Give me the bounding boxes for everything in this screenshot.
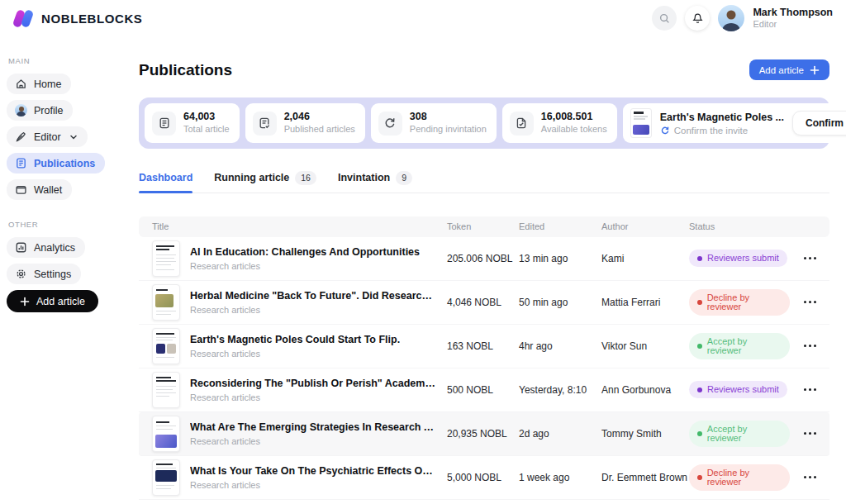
stat-value: 308	[410, 111, 487, 124]
stat-label: Published articles	[284, 124, 355, 136]
edited-value: 1 week ago	[519, 472, 601, 483]
row-menu-button[interactable]	[790, 427, 816, 440]
sidebar-item-profile[interactable]: Profile	[7, 100, 73, 121]
article-title: Earth's Magnetic Poles Could Start To Fl…	[190, 334, 400, 345]
page-title: Publications	[139, 61, 232, 79]
table-row[interactable]: What Is Your Take On The Psychiatric Eff…	[139, 456, 829, 500]
main-content: Publications Add article 64,003 Total ar…	[139, 36, 829, 500]
tab-label: Invintation	[338, 172, 390, 183]
user-meta: Mark Thompson Editor	[753, 7, 833, 29]
table-row[interactable]: Earth's Magnetic Poles Could Start To Fl…	[139, 325, 829, 368]
article-category: Research articles	[190, 305, 435, 315]
status-badge: Reviewers submit	[689, 381, 787, 398]
page-header: Publications Add article	[139, 59, 829, 80]
article-title: Herbal Medicine "Back To Future". Did Re…	[190, 290, 435, 302]
status-badge: Reviewers submit	[689, 250, 787, 267]
user-role: Editor	[753, 19, 833, 30]
stat-label: Total article	[183, 124, 230, 136]
edited-value: 4hr ago	[519, 340, 601, 352]
stat-value: 64,003	[183, 111, 230, 124]
sidebar-add-article-button[interactable]: Add article	[7, 290, 98, 312]
sidebar-main-label: MAIN	[8, 56, 126, 65]
avatar-person-icon	[718, 5, 744, 31]
row-menu-button[interactable]	[790, 296, 816, 309]
table-row[interactable]: AI In Education: Challenges And Opportun…	[139, 237, 829, 281]
status-badge: Accept by reviewer	[689, 333, 790, 359]
token-value: 500 NOBL	[447, 384, 519, 396]
tab-dashboard[interactable]: Dashboard	[139, 171, 192, 193]
author-value: Tommy Smith	[601, 428, 689, 440]
article-title: Reconsidering The "Publish Or Perish" Ac…	[190, 378, 435, 389]
nobleblocks-logo-icon	[13, 8, 35, 28]
column-header-author: Author	[601, 221, 689, 231]
sidebar-item-home[interactable]: Home	[7, 74, 71, 94]
row-menu-button[interactable]	[790, 471, 816, 484]
sidebar-other-label: OTHER	[8, 220, 126, 229]
pen-icon	[15, 131, 27, 143]
article-category: Research articles	[190, 349, 400, 359]
add-article-button[interactable]: Add article	[749, 59, 829, 80]
edited-value: 2d ago	[519, 428, 601, 440]
stat-value: 16,008.501	[541, 111, 607, 124]
tab-count-badge: 9	[396, 171, 412, 185]
stats-strip: 64,003 Total article 2,046 Published art…	[139, 97, 829, 149]
article-category: Research articles	[190, 436, 435, 446]
invite-card: Earth's Magnetic Poles ... Confirm the i…	[623, 103, 846, 143]
plus-icon	[20, 297, 30, 307]
column-header-status: Status	[689, 221, 790, 231]
user-avatar[interactable]	[718, 5, 744, 31]
table-row[interactable]: Herbal Medicine "Back To Future". Did Re…	[139, 281, 829, 325]
status-badge: Decline by reviewer	[689, 464, 790, 491]
sidebar-item-label: Editor	[34, 131, 61, 143]
invite-body: Earth's Magnetic Poles ... Confirm the i…	[660, 112, 784, 136]
tab-label: Running article	[214, 172, 289, 183]
confirm-invite-button[interactable]: Confirm	[792, 111, 846, 136]
stat-card-total-articles: 64,003 Total article	[145, 103, 240, 143]
sidebar-item-publications[interactable]: Publications	[7, 153, 105, 174]
file-check-icon	[510, 112, 534, 136]
search-button[interactable]	[652, 6, 677, 31]
brand-logo[interactable]: NOBLEBLOCKS	[13, 8, 142, 28]
notifications-button[interactable]	[685, 6, 710, 31]
sidebar-item-label: Publications	[34, 158, 95, 169]
tabs-bar: Dashboard Running article 16 Invintation…	[139, 171, 829, 193]
column-header-title: Title	[152, 221, 447, 231]
sidebar-item-wallet[interactable]: Wallet	[7, 179, 72, 200]
article-thumbnail	[630, 108, 652, 138]
edited-value: Yesterday, 8:10	[519, 384, 601, 396]
sidebar-item-label: Wallet	[34, 184, 62, 196]
article-category: Research articles	[190, 392, 435, 402]
table-row[interactable]: What Are The Emerging Strategies In Rese…	[139, 412, 829, 456]
tab-running-article[interactable]: Running article 16	[214, 171, 316, 193]
brand-name: NOBLEBLOCKS	[41, 12, 142, 26]
sidebar-item-label: Settings	[34, 269, 71, 280]
app-window: NOBLEBLOCKS Mark Thompson Editor MAIN Ho…	[0, 0, 846, 504]
edited-value: 50 min ago	[519, 297, 601, 308]
token-value: 20,935 NOBL	[447, 428, 519, 440]
row-menu-button[interactable]	[790, 383, 816, 397]
token-value: 4,046 NOBL	[447, 297, 519, 308]
tab-invintation[interactable]: Invintation 9	[338, 171, 412, 193]
article-title: What Is Your Take On The Psychiatric Eff…	[190, 465, 435, 477]
bell-icon	[692, 12, 704, 25]
sidebar-item-label: Profile	[34, 105, 63, 116]
search-icon	[658, 12, 671, 25]
home-icon	[15, 78, 27, 90]
table-header: Title Token Edited Author Status	[139, 216, 829, 237]
author-value: Viktor Sun	[601, 340, 689, 352]
publications-icon	[15, 157, 27, 169]
sidebar: MAIN Home Profile Editor Publications Wa…	[0, 41, 132, 312]
sidebar-item-analytics[interactable]: Analytics	[7, 237, 85, 258]
author-value: Mattia Ferrari	[601, 297, 689, 308]
row-menu-button[interactable]	[790, 340, 816, 353]
gear-icon	[15, 268, 27, 280]
article-thumbnail	[152, 240, 180, 277]
sidebar-item-editor[interactable]: Editor	[7, 126, 88, 147]
row-menu-button[interactable]	[790, 252, 816, 265]
table-row[interactable]: Reconsidering The "Publish Or Perish" Ac…	[139, 368, 829, 412]
token-value: 205.006 NOBL	[447, 253, 519, 264]
add-article-label: Add article	[36, 296, 85, 307]
chevron-down-icon	[69, 133, 78, 141]
article-thumbnail	[152, 416, 180, 452]
sidebar-item-settings[interactable]: Settings	[7, 264, 81, 284]
